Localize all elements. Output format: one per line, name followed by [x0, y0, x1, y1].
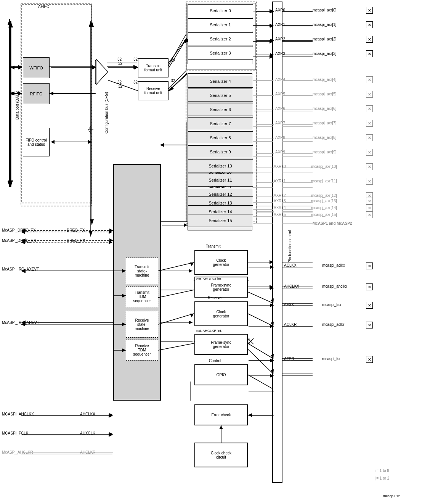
mcaspi-axr3-label: mcaspi_axr[3] [313, 52, 336, 56]
data-port-label: Data port (DATA) [15, 91, 19, 120]
mcaspj-axr10-label: mcaspj_axr[10] [311, 164, 337, 169]
svg-marker-177 [271, 354, 274, 359]
afsx-label: AFSX [284, 303, 294, 307]
svg-marker-31 [270, 39, 274, 42]
aclkx-label: ACLKX [284, 263, 297, 267]
ser7: Serializer 7 [188, 117, 253, 130]
svg-marker-173 [271, 298, 274, 303]
axr1-label: AXR1 [275, 23, 285, 27]
axr2-xbox: ✕ [366, 36, 373, 43]
j-label: j= 1 or 2 [375, 476, 389, 480]
mcaspi-axr1-label: mcaspi_axr[1] [313, 23, 336, 27]
rx-clock-gen-block: Clockgenerator [194, 301, 248, 326]
svg-marker-29 [270, 24, 274, 28]
mcaspj-axr6-label: mcaspj_axr[6] [313, 106, 336, 111]
svg-line-172 [248, 292, 273, 303]
mcaspi-axr2-label: mcaspi_axr[2] [313, 37, 336, 41]
svg-text:32: 32 [171, 59, 175, 63]
svg-marker-139 [92, 66, 96, 69]
svg-marker-132 [90, 21, 94, 27]
svg-line-167 [158, 343, 194, 350]
axr9-label: AXR9 [275, 150, 285, 154]
svg-rect-0 [21, 4, 91, 206]
diagram-container: AFIFO WFIFO RFIFO FIFO control and statu… [0, 0, 430, 504]
axr13-label: AXR13 [274, 199, 286, 203]
mcaspj-axr13-label: mcaspj_axr[13] [311, 199, 337, 203]
mcasp12-label: McASP1 and McASP2 [313, 221, 352, 225]
axr14-label: AXR14 [274, 206, 286, 210]
svg-marker-203 [270, 24, 273, 27]
svg-line-22 [168, 38, 187, 64]
svg-line-176 [248, 343, 273, 359]
svg-line-180 [248, 375, 273, 389]
svg-marker-6 [8, 19, 11, 25]
svg-marker-11 [10, 92, 13, 95]
svg-marker-117 [89, 21, 93, 27]
svg-line-20 [168, 71, 186, 90]
mcaspi-aclkr-label: mcaspi_aclkr [322, 322, 344, 327]
mcaspj-axr14-label: mcaspj_axr[14] [311, 206, 337, 210]
svg-marker-184 [219, 425, 223, 429]
svg-marker-50 [109, 230, 112, 234]
mcaspi-ahclkx-bottom-label: MCASPI_AHCLKX [2, 412, 34, 416]
tx-32-label2: 32 [133, 57, 138, 61]
ser6: Serializer 6 [188, 103, 253, 116]
axr3-label: AXR3 [275, 52, 285, 56]
svg-line-162 [158, 262, 194, 271]
ser0: Serializer 0 [188, 4, 253, 17]
svg-line-165 [158, 314, 194, 324]
pin-function-label: Pin function control [288, 230, 292, 262]
svg-marker-62 [189, 269, 193, 273]
diagram-id-label: mcasp-012 [383, 494, 400, 498]
mcaspi-axr0-label: mcaspi_axr[0] [313, 8, 336, 12]
svg-marker-70 [270, 286, 274, 290]
axr6-label: AXR6 [275, 106, 285, 111]
svg-marker-169 [270, 260, 273, 264]
svg-marker-188 [109, 432, 113, 436]
mcaspi-irq-axevt-label: McASPi_IRQ_AXEVT [2, 267, 39, 271]
svg-marker-72 [270, 303, 274, 307]
rx-tdm-block: ReceiveTDMsequencer [126, 340, 158, 361]
axr2-label: AXR2 [275, 37, 285, 41]
axr3-xbox: ✕ [366, 50, 373, 57]
gpio-block: GPIO [194, 364, 248, 385]
axr12-label: AXR12 [274, 193, 286, 198]
svg-text:32: 32 [118, 61, 123, 66]
mcaspj-axr11-label: mcaspj_axr[11] [311, 179, 337, 183]
svg-marker-9 [18, 65, 22, 69]
ser4: Serializer 4 [188, 75, 253, 88]
rx-statemachine-block: Receivestate-machine [126, 311, 158, 338]
rx-32-label: 32 [117, 80, 122, 84]
ahclkr-label: AHCLKR [80, 450, 96, 454]
svg-line-243 [248, 338, 254, 344]
svg-marker-199 [109, 238, 113, 242]
afsr-xbox: ✕ [366, 356, 373, 363]
svg-marker-68 [270, 265, 274, 269]
tx-statemachine-block: Transmitstate-machine [126, 258, 158, 284]
svg-marker-123 [8, 21, 13, 27]
svg-line-147 [169, 74, 187, 91]
svg-marker-166 [190, 314, 194, 317]
mcaspj-axr9-label: mcaspj_axr[9] [313, 150, 336, 154]
mcaspi-irq-arevt-label: McASPi_IRQ_AREVT [2, 320, 39, 325]
axr13-xbox: ✕ [366, 198, 373, 204]
svg-marker-153 [184, 223, 188, 227]
control-section-label: Control [209, 359, 221, 363]
tx-format-block: Transmitformat unit [138, 58, 168, 77]
ser1: Serializer 1 [188, 18, 253, 31]
svg-text:32: 32 [118, 84, 123, 89]
svg-marker-124 [8, 180, 13, 187]
ser9: Serializer 9 [188, 145, 253, 158]
axr10-xbox: ✕ [366, 163, 373, 170]
mcaspi-aclkx-label: mcaspi_aclkx [322, 263, 345, 267]
axr1-xbox: ✕ [366, 21, 373, 28]
aclkr-label: ACLKR [284, 322, 297, 327]
axr15-xbox: ✕ [366, 211, 373, 218]
svg-line-24 [168, 73, 187, 92]
svg-line-164 [158, 290, 194, 298]
mcaspj-ahclkr-label: McASPj_AHCLKR [2, 450, 33, 454]
mcaspj-axr15-label: mcaspj_axr[15] [311, 213, 337, 217]
tx-clock-gen-block: Clockgenerator [194, 250, 248, 275]
axr5-xbox: ✕ [366, 91, 373, 98]
tx-32-label: 32 [117, 57, 122, 61]
